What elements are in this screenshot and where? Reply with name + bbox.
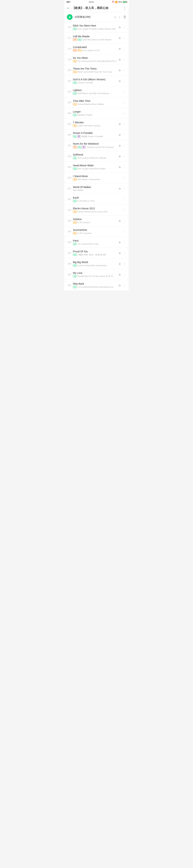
song-info: Big Big WorldSQEmilia Rydberg·Miss Indep… — [73, 261, 119, 267]
song-artist: Caitlin Hart·Hello Universe — [78, 125, 101, 127]
play-button[interactable]: ▶ — [119, 68, 121, 72]
play-button[interactable]: ▶ — [119, 273, 121, 276]
song-more-button[interactable]: ⋮ — [123, 154, 126, 158]
play-button[interactable]: ▶ — [119, 219, 121, 222]
battery-level: 86% — [118, 1, 122, 3]
song-meta: SQCozi Zuehlsdorff/Vicetone·Monstercat I… — [73, 286, 119, 288]
song-artist: K-391·Back In Time — [77, 200, 94, 202]
quality-badge: SQ — [73, 114, 77, 116]
song-more-button[interactable]: ⋮ — [123, 111, 126, 115]
song-number: 188 — [67, 155, 72, 158]
song-more-button[interactable]: ⋮ — [123, 25, 126, 29]
song-more-button[interactable]: ⋮ — [123, 240, 126, 244]
song-actions: ▶⋮ — [119, 273, 126, 277]
play-all-button[interactable] — [67, 14, 73, 20]
quality-badge: SQ — [73, 243, 77, 245]
play-button[interactable]: ▶ — [119, 133, 121, 136]
song-more-button[interactable]: ⋮ — [123, 187, 126, 190]
song-actions: ▶⋮ — [119, 58, 126, 61]
quality-badge: SQ — [73, 264, 77, 267]
quality-badge: SQ — [73, 92, 77, 95]
song-item: 188GirlfriendSQAvril Lavigne·Girlfriend·… — [64, 151, 129, 162]
more-menu-button[interactable]: ⋮ — [123, 6, 126, 10]
play-button[interactable]: ▶ — [119, 122, 121, 126]
download-icon[interactable]: ↓ — [119, 15, 120, 19]
song-actions: ⋮ — [123, 90, 126, 94]
song-title: Electro House 2012 — [73, 207, 123, 210]
song-info: Hymn for the WeekendVIPSQ精Coldplay·A Hea… — [73, 142, 119, 149]
song-more-button[interactable]: ⋮ — [123, 122, 126, 126]
song-info: Call Me MaybeVIPSQCarly Rae Jepsen·Call … — [73, 35, 119, 41]
song-more-button[interactable]: ⋮ — [123, 208, 126, 212]
song-meta: VIPSQCarly Rae Jepsen·Call Me Maybe — [73, 38, 119, 41]
song-more-button[interactable]: ⋮ — [123, 197, 126, 201]
play-button[interactable]: ▶ — [119, 251, 121, 255]
song-actions: ▶⋮ — [119, 187, 126, 190]
song-meta: VIPSQ精Coldplay·A Head Full of Dreams — [73, 146, 119, 149]
song-more-button[interactable]: ⋮ — [123, 90, 126, 94]
song-more-button[interactable]: ⋮ — [123, 165, 126, 169]
music-note-icon[interactable]: ♪ — [114, 15, 116, 19]
play-button[interactable]: ▶ — [119, 79, 121, 83]
song-number: 178 — [67, 47, 72, 50]
song-actions: ▶⋮ — [119, 144, 126, 148]
song-actions: ▶⋮ — [119, 251, 126, 255]
song-meta: SQAvril Lavigne·Girlfriend·4 非诚 勿··· — [73, 157, 119, 159]
song-actions: ⋮ — [123, 208, 126, 212]
song-more-button[interactable]: ⋮ — [123, 144, 126, 148]
status-bar: 4G+ 18:53 ⏰ 📶 86% — [64, 0, 129, 4]
play-button[interactable]: ▶ — [119, 154, 121, 158]
play-button[interactable]: ▶ — [119, 283, 121, 287]
song-number: 199 — [67, 273, 72, 276]
play-button[interactable]: ▶ — [119, 47, 121, 50]
song-more-button[interactable]: ⋮ — [123, 100, 126, 104]
battery-icon — [123, 1, 126, 3]
song-more-button[interactable]: ⋮ — [123, 58, 126, 61]
song-number: 189 — [67, 165, 72, 168]
song-item: 176Wish You Were HereSQAvril Lavigne·Goo… — [64, 22, 129, 33]
song-info: I Stand AloneHQAlan Walker·I Stand Alone — [73, 175, 123, 181]
song-title: God Is A Girl (Album Version) — [73, 78, 119, 81]
playlist-controls: 全部播放(288) ♪ ↓ ☰ — [64, 12, 129, 22]
play-button[interactable]: ▶ — [119, 144, 121, 147]
song-item: 192EarthSQK-391·Back In Time⋮ — [64, 194, 129, 205]
play-button[interactable]: ▶ — [119, 36, 121, 40]
song-meta: SQGroove Coverage — [73, 81, 119, 84]
song-number: 183 — [67, 101, 72, 104]
song-more-button[interactable]: ⋮ — [123, 68, 126, 72]
list-icon[interactable]: ☰ — [123, 15, 126, 19]
song-item: 200Way BackSQCozi Zuehlsdorff/Vicetone·M… — [64, 280, 129, 291]
song-number: 176 — [67, 26, 72, 29]
song-more-button[interactable]: ⋮ — [123, 273, 126, 277]
song-more-button[interactable]: ⋮ — [123, 79, 126, 83]
song-more-button[interactable]: ⋮ — [123, 219, 126, 223]
song-title: 7 Minutes — [73, 121, 119, 124]
song-actions: ▶⋮ — [119, 219, 126, 223]
song-info: Proud Of YouSQ冯曦妤·如果···阳光、阳(新·曲+精··· — [73, 250, 119, 256]
song-artist: 张靓颖·Dream It Possible — [81, 135, 103, 138]
song-more-button[interactable]: ⋮ — [123, 283, 126, 287]
song-item: 189Head Above WaterSQAvril Lavigne·Head … — [64, 162, 129, 173]
song-item: 177Call Me MaybeVIPSQCarly Rae Jepsen·Ca… — [64, 33, 129, 43]
play-button[interactable]: ▶ — [119, 26, 121, 29]
song-more-button[interactable]: ⋮ — [123, 176, 126, 180]
play-button[interactable]: ▶ — [119, 187, 121, 190]
song-meta: SQK-391·Back In Time — [73, 200, 123, 202]
song-more-button[interactable]: ⋮ — [123, 47, 126, 51]
play-button[interactable]: ▶ — [119, 58, 121, 61]
quality-badge: 精 — [82, 146, 85, 149]
back-button[interactable]: ← — [67, 6, 70, 10]
song-more-button[interactable]: ⋮ — [123, 36, 126, 40]
song-meta: HQJessica·Mauboy·Been Waiting — [73, 103, 123, 105]
song-more-button[interactable]: ⋮ — [123, 251, 126, 255]
song-info: Wish You Were HereSQAvril Lavigne·Goodby… — [73, 24, 119, 30]
song-more-button[interactable]: ⋮ — [123, 262, 126, 266]
song-artist: Babyface·Playlist — [77, 114, 92, 116]
song-more-button[interactable]: ⋮ — [123, 133, 126, 137]
play-button[interactable]: ▶ — [119, 165, 121, 169]
play-button[interactable]: ▶ — [119, 262, 121, 266]
song-artist: Emilia Rydberg·Miss Independent — [77, 265, 107, 267]
song-item: 193Electro House 2012HQVarious Artists·E… — [64, 205, 129, 215]
play-button[interactable]: ▶ — [119, 241, 121, 244]
song-more-button[interactable]: ⋮ — [123, 229, 126, 234]
